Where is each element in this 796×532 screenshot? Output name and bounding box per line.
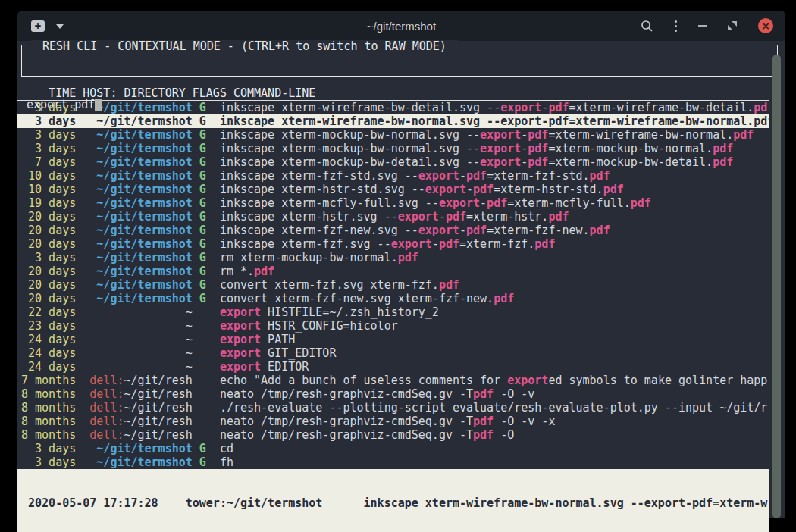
table-row[interactable]: 10 days ~/git/termshot G inkscape xterm-… — [17, 183, 769, 196]
table-row[interactable]: 20 days ~/git/termshot G inkscape xterm-… — [17, 210, 769, 224]
search-box[interactable]: RESH CLI - CONTEXTUAL MODE - (CTRL+R to … — [21, 45, 778, 77]
terminal-content: RESH CLI - CONTEXTUAL MODE - (CTRL+R to … — [17, 45, 785, 532]
new-tab-button[interactable]: + — [31, 20, 45, 32]
table-row[interactable]: 10 days ~/git/termshot G inkscape xterm-… — [17, 169, 769, 183]
search-input[interactable]: export pdf — [22, 86, 777, 111]
table-row[interactable]: 8 months dell:~/git/resh neato /tmp/resh… — [17, 387, 769, 401]
status-bar: 2020-05-07 17:17:28 tower:~/git/termshot… — [17, 469, 769, 532]
mode-label: RESH CLI - CONTEXTUAL MODE - (CTRL+R to … — [31, 40, 458, 52]
search-icon[interactable] — [641, 20, 653, 33]
table-row[interactable]: 3 days ~/git/termshot G rm xterm-mockup-… — [17, 251, 769, 264]
restore-button[interactable] — [728, 21, 737, 30]
table-row[interactable]: 19 days ~/git/termshot G inkscape xterm-… — [17, 196, 769, 210]
table-row[interactable]: 3 days ~/git/termshot G inkscape xterm-m… — [17, 142, 769, 155]
table-row[interactable]: 8 months dell:~/git/resh neato /tmp/resh… — [17, 415, 769, 428]
table-row[interactable]: 3 days ~/git/termshot G fh — [17, 455, 769, 469]
table-row[interactable]: 8 months dell:~/git/resh neato /tmp/resh… — [17, 428, 769, 442]
table-row[interactable]: 20 days ~/git/termshot G inkscape xterm-… — [17, 237, 769, 251]
menu-kebab-icon[interactable] — [675, 20, 677, 32]
table-row[interactable]: 8 months dell:~/git/resh ./resh-evaluate… — [17, 401, 769, 415]
chevron-down-icon[interactable] — [56, 24, 64, 33]
scrollbar-thumb[interactable] — [772, 55, 781, 518]
table-row[interactable]: 7 months dell:~/git/resh echo "Add a bun… — [17, 374, 769, 387]
table-row[interactable]: 7 days ~/git/termshot G inkscape xterm-m… — [17, 155, 769, 169]
table-row[interactable]: 24 days ~ export EDITOR — [17, 360, 769, 374]
close-button[interactable]: × — [758, 18, 773, 33]
table-row[interactable]: 20 days ~/git/termshot G inkscape xterm-… — [17, 224, 769, 237]
terminal-window: + ~/git/termshot × RESH CLI - CONTEXTUAL… — [17, 11, 785, 518]
status-line-1: 2020-05-07 17:17:28 tower:~/git/termshot… — [17, 496, 769, 510]
table-row[interactable]: 20 days ~/git/termshot G rm *.pdf — [17, 264, 769, 278]
minimize-button[interactable] — [698, 25, 707, 27]
history-rows: 3 days ~/git/termshot G inkscape xterm-w… — [17, 101, 769, 469]
table-row[interactable]: 23 days ~ export HSTR_CONFIG=hicolor — [17, 319, 769, 333]
table-row[interactable]: 24 days ~ export PATH — [17, 333, 769, 346]
table-row[interactable]: 20 days ~/git/termshot G convert xterm-f… — [17, 292, 769, 305]
titlebar: + ~/git/termshot × — [17, 11, 785, 41]
table-row[interactable]: 22 days ~ export HISTFILE=~/.zsh_history… — [17, 305, 769, 319]
table-row[interactable]: 3 days ~/git/termshot G cd — [17, 442, 769, 455]
table-row[interactable]: 20 days ~/git/termshot G convert xterm-f… — [17, 278, 769, 292]
table-row[interactable]: 24 days ~ export GIT_EDITOR — [17, 346, 769, 360]
text-cursor — [95, 99, 102, 111]
search-query: export pdf — [27, 98, 95, 111]
